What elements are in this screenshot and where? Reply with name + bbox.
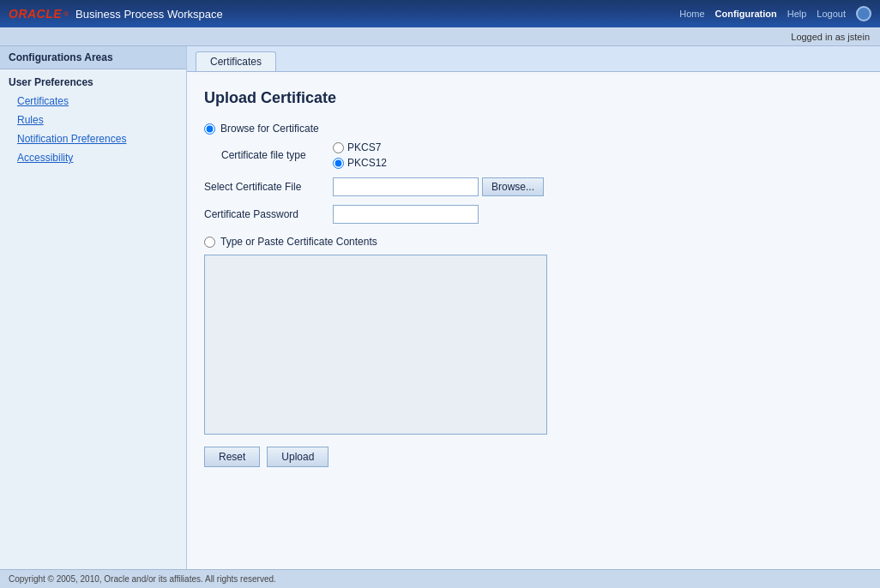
pkcs12-option: PKCS12 [333, 157, 387, 169]
pkcs12-label: PKCS12 [347, 157, 387, 169]
browse-cert-label: Browse for Certificate [220, 123, 319, 135]
pkcs7-radio[interactable] [333, 142, 344, 153]
user-icon [856, 6, 871, 21]
oracle-wordmark: ORACLE [9, 7, 62, 21]
sidebar-item-certificates[interactable]: Certificates [0, 92, 186, 111]
browse-button[interactable]: Browse... [482, 177, 544, 196]
action-buttons: Reset Upload [204, 447, 863, 467]
logged-in-label: Logged in as jstein [791, 32, 870, 42]
pkcs12-radio[interactable] [333, 158, 344, 169]
cert-file-input[interactable] [333, 177, 479, 196]
cert-password-row: Certificate Password [204, 205, 863, 224]
content-main: Upload Certificate Browse for Certificat… [187, 72, 880, 569]
sidebar-item-accessibility[interactable]: Accessibility [0, 148, 186, 167]
sidebar-section-header: Configurations Areas [0, 46, 186, 69]
app-title: Business Process Workspace [75, 8, 223, 21]
content-area: Certificates Upload Certificate Browse f… [187, 46, 880, 569]
paste-cert-label: Type or Paste Certificate Contents [220, 236, 377, 248]
nav-home[interactable]: Home [679, 9, 704, 19]
sidebar-group-user-preferences: User Preferences [0, 69, 186, 92]
browse-cert-row: Browse for Certificate [204, 123, 863, 135]
select-cert-file-row: Select Certificate File Browse... [204, 177, 863, 196]
paste-cert-radio[interactable] [204, 237, 215, 248]
nav-logout[interactable]: Logout [817, 9, 846, 19]
reset-button[interactable]: Reset [204, 447, 260, 467]
cert-password-label: Certificate Password [204, 208, 333, 220]
sidebar-item-notification-preferences[interactable]: Notification Preferences [0, 129, 186, 148]
browse-cert-radio[interactable] [204, 123, 215, 135]
file-type-row: Certificate file type PKCS7 PKCS12 [221, 141, 863, 169]
oracle-registered-mark: ® [63, 10, 69, 18]
main-layout: Configurations Areas User Preferences Ce… [0, 46, 880, 569]
select-cert-file-label: Select Certificate File [204, 181, 333, 193]
sidebar: Configurations Areas User Preferences Ce… [0, 46, 187, 569]
tab-certificates[interactable]: Certificates [196, 51, 276, 71]
cert-textarea[interactable] [204, 255, 547, 435]
paste-cert-row: Type or Paste Certificate Contents [204, 236, 863, 248]
footer-text: Copyright © 2005, 2010, Oracle and/or it… [9, 574, 276, 584]
header: ORACLE® Business Process Workspace Home … [0, 0, 880, 27]
file-type-options: PKCS7 PKCS12 [333, 141, 387, 169]
cert-password-input[interactable] [333, 205, 479, 224]
subheader: Logged in as jstein [0, 27, 880, 46]
pkcs7-label: PKCS7 [347, 141, 381, 153]
tab-bar: Certificates [187, 46, 880, 72]
nav-help[interactable]: Help [787, 9, 807, 19]
page-title: Upload Certificate [204, 89, 863, 107]
header-left: ORACLE® Business Process Workspace [9, 7, 223, 21]
oracle-logo: ORACLE® [9, 7, 69, 21]
nav-configuration[interactable]: Configuration [715, 9, 777, 19]
upload-button[interactable]: Upload [267, 447, 328, 467]
sidebar-item-rules[interactable]: Rules [0, 111, 186, 129]
cert-file-type-label: Certificate file type [221, 149, 333, 161]
footer: Copyright © 2005, 2010, Oracle and/or it… [0, 569, 880, 588]
header-nav: Home Configuration Help Logout [679, 6, 871, 21]
pkcs7-option: PKCS7 [333, 141, 387, 153]
cert-file-type-section: Certificate file type PKCS7 PKCS12 [221, 141, 863, 169]
